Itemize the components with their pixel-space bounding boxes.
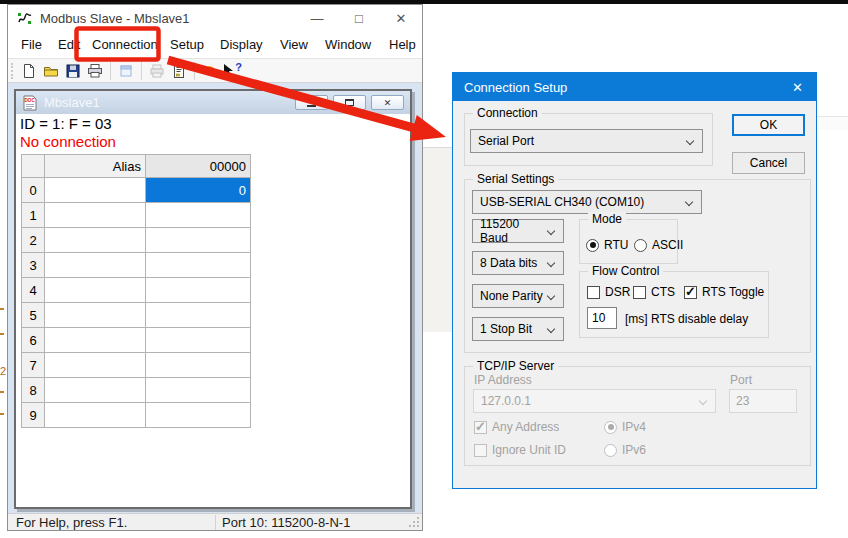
menu-item-display[interactable]: Display: [220, 32, 263, 58]
toolbar-gripper: [11, 63, 13, 79]
row-header[interactable]: 0: [22, 178, 45, 203]
tcp-port-field: 23: [729, 389, 797, 413]
ok-button[interactable]: OK: [732, 114, 805, 136]
mdi-client-area: DOC Mbslave1 ✕ ID = 1: F = 03 No connect…: [8, 83, 422, 513]
value-cell[interactable]: [146, 353, 251, 378]
row-header[interactable]: 8: [22, 378, 45, 403]
status-help-text: For Help, press F1.: [16, 515, 127, 530]
rtu-radio[interactable]: RTU: [586, 238, 628, 252]
menu-item-connection[interactable]: Connection: [92, 32, 158, 58]
alias-cell[interactable]: [45, 378, 146, 403]
open-file-icon[interactable]: [40, 61, 62, 81]
value-cell[interactable]: [146, 328, 251, 353]
menu-item-help[interactable]: Help: [389, 32, 416, 58]
ip-address-label: IP Address: [474, 373, 532, 387]
alias-cell[interactable]: [45, 253, 146, 278]
menu-item-setup[interactable]: Setup: [170, 32, 204, 58]
alias-cell[interactable]: [45, 178, 146, 203]
table-row: 9: [22, 403, 251, 428]
cts-checkbox[interactable]: CTS: [633, 285, 675, 299]
dsr-label: DSR: [605, 285, 630, 299]
checkbox-icon[interactable]: [587, 286, 600, 299]
value-cell-selected[interactable]: 0: [146, 178, 251, 203]
close-icon[interactable]: ✕: [380, 5, 422, 32]
connection-type-value: Serial Port: [478, 134, 534, 148]
checkbox-icon[interactable]: [684, 286, 697, 299]
dsr-checkbox[interactable]: DSR: [587, 285, 630, 299]
alias-cell[interactable]: [45, 328, 146, 353]
communication-traffic-icon[interactable]: [168, 61, 190, 81]
data-bits-select[interactable]: 8 Data bits: [472, 251, 564, 275]
alias-cell[interactable]: [45, 403, 146, 428]
alias-cell[interactable]: [45, 353, 146, 378]
value-cell[interactable]: [146, 278, 251, 303]
tcp-ip-server-group-label: TCP/IP Server: [473, 359, 558, 373]
cancel-button[interactable]: Cancel: [732, 152, 805, 174]
alias-cell[interactable]: [45, 303, 146, 328]
minimize-icon[interactable]: —: [296, 5, 338, 32]
rts-toggle-label: RTS Toggle: [702, 285, 764, 299]
context-help-icon[interactable]: ?: [221, 61, 243, 81]
row-header[interactable]: 9: [22, 403, 45, 428]
toolbar-separator: [194, 62, 195, 80]
ascii-radio[interactable]: ASCII: [634, 238, 683, 252]
value-cell[interactable]: [146, 378, 251, 403]
child-minimize-icon[interactable]: [295, 95, 328, 110]
background-text-fragment: [0, 333, 4, 335]
row-header[interactable]: 5: [22, 303, 45, 328]
poll-definition-icon: [146, 61, 168, 81]
ignore-unit-id-checkbox: Ignore Unit ID: [474, 443, 566, 457]
menu-item-file[interactable]: File: [21, 32, 42, 58]
parity-select[interactable]: None Parity: [472, 284, 564, 308]
row-header[interactable]: 4: [22, 278, 45, 303]
row-header[interactable]: 7: [22, 353, 45, 378]
menu-item-window[interactable]: Window: [325, 32, 371, 58]
about-help-icon[interactable]: ?: [199, 61, 221, 81]
toolbar-separator: [110, 62, 111, 80]
maximize-icon[interactable]: □: [338, 5, 380, 32]
table-row: 2: [22, 228, 251, 253]
serial-port-select[interactable]: USB-SERIAL CH340 (COM10): [472, 190, 702, 214]
row-header[interactable]: 6: [22, 328, 45, 353]
row-header[interactable]: 3: [22, 253, 45, 278]
child-close-icon[interactable]: ✕: [371, 95, 404, 110]
checkbox-icon[interactable]: [633, 286, 646, 299]
row-header[interactable]: 2: [22, 228, 45, 253]
alias-cell[interactable]: [45, 228, 146, 253]
connection-setup-dialog: Connection Setup ✕ Connection Serial Por…: [452, 72, 817, 489]
value-cell[interactable]: [146, 303, 251, 328]
mbslave1-child-window: DOC Mbslave1 ✕ ID = 1: F = 03 No connect…: [14, 89, 412, 509]
rtu-radio-label: RTU: [604, 238, 628, 252]
radio-icon[interactable]: [634, 239, 647, 252]
value-cell[interactable]: [146, 228, 251, 253]
child-title-bar: DOC Mbslave1 ✕: [16, 91, 410, 114]
value-cell[interactable]: [146, 403, 251, 428]
stop-bits-select[interactable]: 1 Stop Bit: [472, 317, 564, 341]
row-header[interactable]: 1: [22, 203, 45, 228]
title-bar: Modbus Slave - Mbslave1 — □ ✕: [8, 5, 422, 32]
tcp-port-label: Port: [730, 373, 752, 387]
cts-label: CTS: [651, 285, 675, 299]
serial-settings-group-label: Serial Settings: [473, 172, 558, 186]
value-cell[interactable]: [146, 253, 251, 278]
child-window-title: Mbslave1: [44, 95, 100, 110]
child-restore-icon[interactable]: [333, 95, 366, 110]
baud-rate-select[interactable]: 115200 Baud: [472, 219, 564, 243]
rts-delay-input[interactable]: [587, 307, 617, 329]
ipv4-radio: IPv4: [604, 420, 646, 434]
menu-item-edit[interactable]: Edit: [58, 32, 80, 58]
ipv4-label: IPv4: [622, 420, 646, 434]
alias-cell[interactable]: [45, 203, 146, 228]
alias-cell[interactable]: [45, 278, 146, 303]
new-document-icon[interactable]: [18, 61, 40, 81]
connection-type-select[interactable]: Serial Port: [470, 129, 703, 153]
app-icon: [17, 11, 33, 27]
radio-icon[interactable]: [586, 239, 599, 252]
screenshot-root: 2 Modbus Slave - Mbslave1 — □ ✕ FileEdit…: [0, 0, 848, 538]
rts-toggle-checkbox[interactable]: RTS Toggle: [684, 285, 764, 299]
print-icon[interactable]: [84, 61, 106, 81]
save-file-icon[interactable]: [62, 61, 84, 81]
dialog-close-icon[interactable]: ✕: [792, 80, 803, 95]
value-cell[interactable]: [146, 203, 251, 228]
menu-item-view[interactable]: View: [280, 32, 308, 58]
